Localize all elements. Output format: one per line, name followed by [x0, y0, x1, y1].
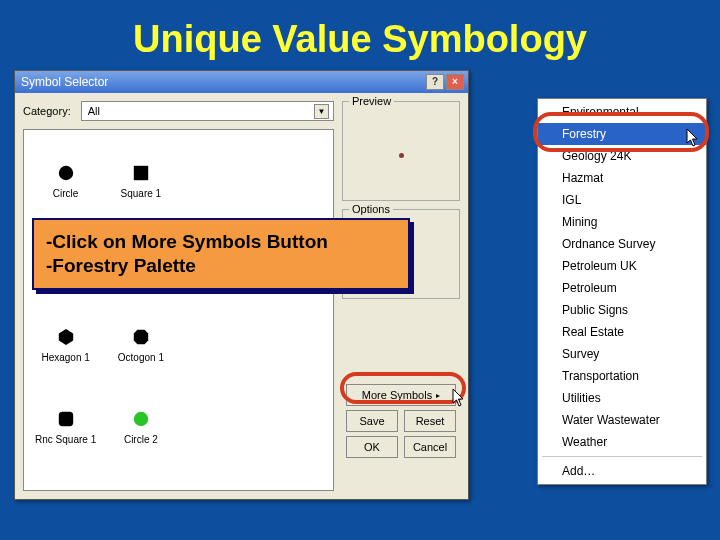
svg-rect-1: [134, 165, 148, 179]
palette-item[interactable]: Public Signs: [538, 299, 706, 321]
instruction-callout: -Click on More Symbols Button -Forestry …: [32, 218, 410, 290]
callout-line2: -Forestry Palette: [46, 254, 396, 278]
chevron-right-icon: ▸: [436, 391, 440, 400]
palette-item-label: Utilities: [562, 391, 601, 405]
symbol-cell[interactable]: Circle 2: [105, 388, 176, 466]
symbol-grid[interactable]: CircleSquare 1Hexagon 1Octogon 1Rnc Squa…: [23, 129, 334, 491]
more-symbols-button[interactable]: More Symbols ▸: [346, 384, 456, 406]
circle-icon: [57, 164, 75, 182]
palette-item[interactable]: Water Wastewater: [538, 409, 706, 431]
category-label: Category:: [23, 105, 71, 117]
palette-menu[interactable]: EnvironmentalForestryGeology 24KHazmatIG…: [537, 98, 707, 485]
ok-button[interactable]: OK: [346, 436, 398, 458]
chevron-down-icon[interactable]: ▼: [314, 104, 329, 119]
callout-line1: -Click on More Symbols Button: [46, 230, 396, 254]
palette-item[interactable]: Forestry: [538, 123, 706, 145]
reset-button[interactable]: Reset: [404, 410, 456, 432]
close-button[interactable]: ×: [446, 74, 464, 90]
preview-legend: Preview: [349, 95, 394, 107]
palette-item-label: Petroleum: [562, 281, 617, 295]
palette-item[interactable]: Mining: [538, 211, 706, 233]
symbol-cell[interactable]: Octogon 1: [105, 306, 176, 384]
preview-box: [349, 120, 453, 190]
help-button[interactable]: ?: [426, 74, 444, 90]
hexagon-icon: [57, 328, 75, 346]
symbol-label: Rnc Square 1: [35, 434, 96, 445]
symbol-label: Hexagon 1: [41, 352, 89, 363]
palette-item[interactable]: Utilities: [538, 387, 706, 409]
symbol-cell[interactable]: Rnc Square 1: [30, 388, 101, 466]
circle-icon: [132, 410, 150, 428]
symbol-cell[interactable]: Square 1: [105, 142, 176, 220]
palette-item[interactable]: Petroleum UK: [538, 255, 706, 277]
titlebar: Symbol Selector ? ×: [15, 71, 468, 93]
palette-item[interactable]: Survey: [538, 343, 706, 365]
symbol-cell[interactable]: [256, 142, 327, 220]
palette-item-label: Transportation: [562, 369, 639, 383]
palette-item-label: Weather: [562, 435, 607, 449]
palette-item-label: Survey: [562, 347, 599, 361]
more-symbols-label: More Symbols: [362, 389, 432, 401]
symbol-cell[interactable]: Hexagon 1: [30, 306, 101, 384]
palette-item-label: Petroleum UK: [562, 259, 637, 273]
slide-title: Unique Value Symbology: [0, 0, 720, 69]
palette-item[interactable]: Petroleum: [538, 277, 706, 299]
blank-icon: [207, 333, 225, 351]
symbol-cell[interactable]: [256, 306, 327, 384]
blank-icon: [282, 169, 300, 187]
palette-item-label: Environmental: [562, 105, 639, 119]
palette-item-label: IGL: [562, 193, 581, 207]
palette-item-label: Geology 24K: [562, 149, 631, 163]
svg-marker-2: [58, 328, 72, 344]
palette-item[interactable]: Transportation: [538, 365, 706, 387]
palette-item-label: Ordnance Survey: [562, 237, 655, 251]
palette-item[interactable]: Ordnance Survey: [538, 233, 706, 255]
palette-add-label: Add…: [562, 464, 595, 478]
svg-marker-3: [134, 329, 148, 343]
palette-add-item[interactable]: Add…: [538, 460, 706, 482]
save-button[interactable]: Save: [346, 410, 398, 432]
category-select[interactable]: All ▼: [81, 101, 334, 121]
palette-item[interactable]: Weather: [538, 431, 706, 453]
palette-item-label: Water Wastewater: [562, 413, 660, 427]
palette-item[interactable]: Hazmat: [538, 167, 706, 189]
symbol-label: Square 1: [121, 188, 162, 199]
palette-item[interactable]: IGL: [538, 189, 706, 211]
octagon-icon: [132, 328, 150, 346]
preview-symbol-icon: [399, 153, 404, 158]
palette-item[interactable]: Geology 24K: [538, 145, 706, 167]
symbol-label: Octogon 1: [118, 352, 164, 363]
rsquare-icon: [57, 410, 75, 428]
square-icon: [132, 164, 150, 182]
preview-fieldset: Preview: [342, 101, 460, 201]
palette-item[interactable]: Environmental: [538, 101, 706, 123]
cancel-button[interactable]: Cancel: [404, 436, 456, 458]
palette-item-label: Hazmat: [562, 171, 603, 185]
palette-item[interactable]: Real Estate: [538, 321, 706, 343]
options-legend: Options: [349, 203, 393, 215]
symbol-label: Circle 2: [124, 434, 158, 445]
svg-point-0: [58, 165, 72, 179]
symbol-cell[interactable]: [181, 142, 252, 220]
symbol-cell[interactable]: Circle: [30, 142, 101, 220]
svg-point-5: [134, 411, 148, 425]
symbol-label: Circle: [53, 188, 79, 199]
palette-item-label: Public Signs: [562, 303, 628, 317]
symbol-cell[interactable]: [181, 306, 252, 384]
menu-separator: [542, 456, 702, 457]
dialog-title: Symbol Selector: [21, 71, 108, 93]
blank-icon: [282, 333, 300, 351]
category-value: All: [88, 105, 100, 117]
palette-item-label: Mining: [562, 215, 597, 229]
palette-item-label: Real Estate: [562, 325, 624, 339]
svg-rect-4: [58, 411, 72, 425]
blank-icon: [207, 169, 225, 187]
palette-item-label: Forestry: [562, 127, 606, 141]
